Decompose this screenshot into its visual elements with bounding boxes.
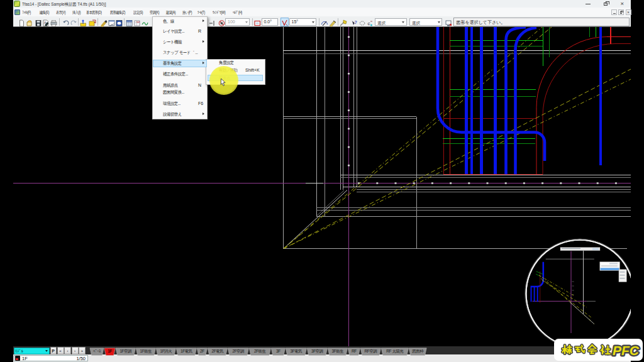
svg-text:c: c (368, 21, 370, 26)
svg-text:?: ? (354, 20, 357, 25)
svg-text:xyz: xyz (136, 21, 140, 23)
svg-text:PFC: PFC (613, 343, 640, 358)
